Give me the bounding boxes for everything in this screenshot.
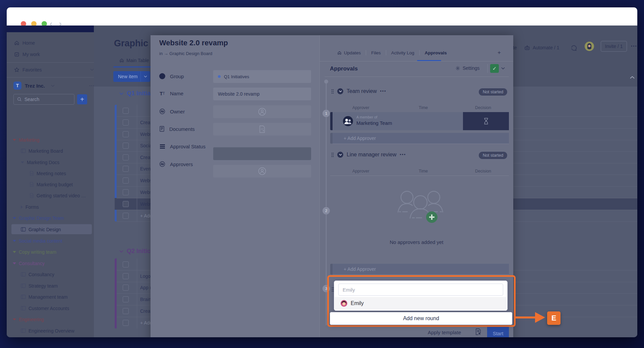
no-approvers-illustration <box>394 186 447 230</box>
dropdown-option-emily[interactable]: Emily <box>335 297 507 310</box>
board-menu-icon[interactable]: ••• <box>631 44 637 49</box>
row-checkbox[interactable] <box>123 320 129 326</box>
sidebar-group-graphic-design-team[interactable]: Graphic Design Team <box>7 213 100 222</box>
sidebar-group-copy-writing[interactable]: Copy writing team <box>7 247 100 256</box>
calendar-check-icon <box>14 52 19 57</box>
field-value-name[interactable]: Website 2.0 revamp <box>213 88 311 100</box>
round-header-line-manager[interactable]: Line manager review ••• <box>331 152 406 158</box>
column-header-approver: Approver <box>352 105 369 110</box>
start-button[interactable]: Start <box>487 326 509 337</box>
board-icon <box>21 306 26 310</box>
status-check-button[interactable]: ✓ <box>490 64 499 73</box>
add-approver-button[interactable]: + Add Approver <box>333 133 509 144</box>
row-checkbox[interactable] <box>123 201 129 207</box>
search-input[interactable]: Search <box>13 94 74 105</box>
sidebar-item-board[interactable]: Customer Accounts <box>7 304 108 313</box>
row-checkbox[interactable] <box>123 308 129 314</box>
sidebar-item-board[interactable]: Consultancy <box>7 270 108 279</box>
group-header-q1[interactable]: Q1 Initia <box>119 90 151 97</box>
sidebar-item-board[interactable]: Management team <box>7 292 108 301</box>
item-name[interactable]: Creat <box>140 155 152 160</box>
field-value-approvers[interactable] <box>213 165 311 178</box>
row-checkbox[interactable] <box>123 285 129 291</box>
tab-main-table[interactable]: Main Table <box>119 58 149 63</box>
tab-files[interactable]: Files <box>371 50 381 55</box>
sidebar-folder-marketing-docs[interactable]: Marketing Docs <box>7 158 108 167</box>
breadcrumb[interactable]: in → Graphic Design Board <box>159 51 212 56</box>
row-checkbox[interactable] <box>123 131 129 137</box>
round-menu-icon[interactable]: ••• <box>380 89 387 94</box>
sidebar-item-board[interactable]: Engineering Overview <box>7 326 108 335</box>
row-checkbox[interactable] <box>123 213 129 219</box>
row-checkbox[interactable] <box>123 119 129 126</box>
drag-handle-icon[interactable] <box>331 89 334 94</box>
integrate-label-fragment[interactable]: te <box>513 45 517 50</box>
settings-button[interactable]: Settings <box>455 65 480 71</box>
sidebar-group-marketing[interactable]: Marketing <box>7 135 100 144</box>
item-name[interactable]: Logo <box>140 274 151 279</box>
panel-heading: Approvals <box>330 65 358 72</box>
add-approver-label: + Add Approver <box>333 136 376 141</box>
row-checkbox[interactable] <box>123 108 129 114</box>
apply-template-icon[interactable] <box>475 328 481 335</box>
row-checkbox[interactable] <box>123 143 129 149</box>
row-checkbox[interactable] <box>123 154 129 160</box>
add-workspace-item-button[interactable]: + <box>77 94 87 104</box>
check-icon: ✓ <box>492 65 497 71</box>
group-header-q2[interactable]: Q2 Initic <box>119 248 151 255</box>
field-value-documents[interactable] <box>213 123 311 136</box>
add-new-round-button[interactable]: Add new round <box>330 312 512 325</box>
sidebar-item-label: My work <box>22 52 40 57</box>
row-checkbox[interactable] <box>123 296 129 302</box>
collapse-round-icon[interactable] <box>337 88 343 94</box>
sidebar-item-label: Marketing <box>19 137 39 143</box>
sidebar-group-social-media[interactable]: Social media content <box>7 236 100 245</box>
item-name[interactable]: Creat <box>140 120 152 125</box>
sidebar-item-label: Graphic Design Team <box>19 215 64 221</box>
button-label: Add new round <box>403 315 439 321</box>
automate-button[interactable]: Automate / 1 <box>524 45 559 50</box>
field-value-owner[interactable] <box>213 105 311 118</box>
sidebar-group-consultancy[interactable]: Consultancy <box>7 259 100 268</box>
top-chrome <box>7 26 94 32</box>
sidebar-item-my-work[interactable]: My work <box>7 50 101 59</box>
chevron-down-icon <box>90 68 94 71</box>
sidebar-item-home[interactable]: Home <box>7 38 101 47</box>
add-tab-button[interactable]: + <box>497 49 501 56</box>
row-checkbox[interactable] <box>123 166 129 172</box>
sidebar-item-graphic-design-selected[interactable]: Graphic Design <box>7 225 108 234</box>
tab-activity-log[interactable]: Activity Log <box>391 50 414 55</box>
chat-button[interactable] <box>572 45 578 52</box>
collapse-round-icon[interactable] <box>337 152 343 158</box>
workspace-selector[interactable]: T Trez Inc. ••• <box>7 81 101 91</box>
drag-handle-icon[interactable] <box>331 152 334 157</box>
timeline-step-2: 2 <box>323 207 330 214</box>
sidebar-item-board[interactable]: Marketing Board <box>7 146 108 155</box>
row-checkbox[interactable] <box>123 189 129 195</box>
tab-approvals-active[interactable]: Approvals <box>425 50 447 55</box>
approver-search-input[interactable] <box>338 284 503 296</box>
row-checkbox[interactable] <box>123 178 129 184</box>
new-item-button[interactable]: New item <box>113 71 150 82</box>
field-value-approval-status[interactable] <box>213 147 311 160</box>
sidebar-item-board[interactable]: Strategy team <box>7 281 108 290</box>
row-checkbox[interactable] <box>123 261 129 267</box>
chevron-down-icon[interactable] <box>501 67 505 69</box>
sidebar-group-engineering[interactable]: Engineering <box>7 315 100 324</box>
round-menu-icon[interactable]: ••• <box>400 152 406 157</box>
add-approver-button[interactable]: + Add Approver <box>333 264 509 275</box>
field-value-group[interactable]: Q1 Initiatives <box>213 70 311 83</box>
avatar[interactable] <box>585 42 594 51</box>
apply-template-button[interactable]: Apply template <box>428 330 461 335</box>
tab-updates[interactable]: Updates <box>337 50 361 55</box>
sidebar-folder-forms[interactable]: Forms <box>7 202 108 211</box>
approver-row[interactable]: A member of Marketing Team <box>333 112 463 130</box>
chat-bubble-icon <box>572 45 578 52</box>
sidebar-item-favorites[interactable]: Favorites <box>7 65 101 74</box>
invite-button[interactable]: Invite / 1 <box>601 41 627 52</box>
home-icon <box>119 58 124 63</box>
new-item-dropdown[interactable] <box>140 71 150 82</box>
row-checkbox[interactable] <box>123 273 129 279</box>
scroll-top-icon[interactable] <box>630 76 635 79</box>
round-header-team-review[interactable]: Team review ••• <box>331 88 386 94</box>
